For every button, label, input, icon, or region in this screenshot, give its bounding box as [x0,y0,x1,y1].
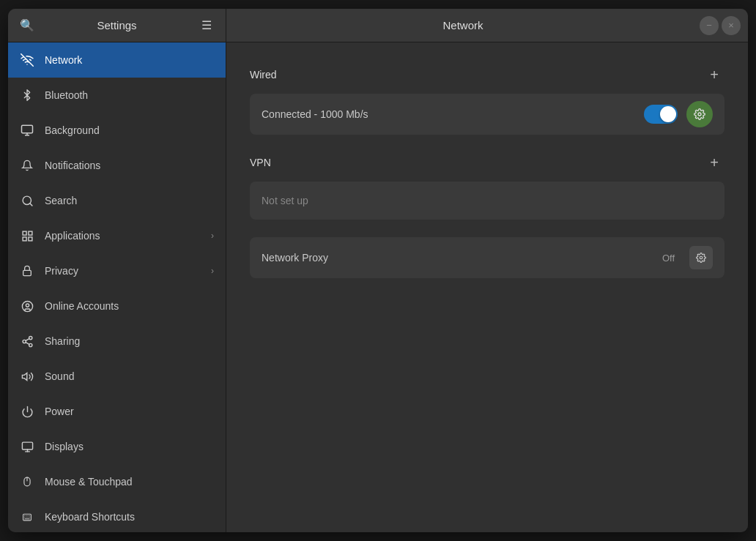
chevron-right-privacy-icon: › [211,266,214,276]
sidebar-item-search[interactable]: Search [8,183,226,218]
sidebar-item-mouse-touchpad-label: Mouse & Touchpad [45,476,214,488]
apps-icon [20,228,34,243]
sidebar: Network Bluetooth Background [8,42,226,532]
sidebar-item-keyboard-shortcuts[interactable]: Keyboard Shortcuts [8,499,226,532]
sidebar-item-privacy-label: Privacy [45,265,201,277]
mouse-icon [20,474,34,489]
wired-toggle[interactable] [644,105,678,124]
sidebar-item-applications-label: Applications [45,230,201,242]
close-button[interactable]: × [722,16,741,35]
svg-point-22 [698,113,701,116]
sharing-icon [20,334,34,348]
svg-rect-16 [22,442,32,449]
sidebar-item-applications[interactable]: Applications › [8,218,226,253]
svg-point-8 [26,303,29,306]
sidebar-item-sound-label: Sound [45,370,214,382]
sidebar-item-background-label: Background [45,124,214,136]
sidebar-item-online-accounts-label: Online Accounts [45,300,214,312]
svg-rect-6 [28,236,32,240]
vpn-section-header: VPN + [250,152,724,173]
bell-icon [20,158,34,173]
sidebar-item-bluetooth[interactable]: Bluetooth [8,78,226,113]
svg-line-13 [26,338,29,340]
sidebar-item-sharing[interactable]: Sharing [8,324,226,359]
sound-icon [20,369,34,384]
power-icon [20,404,34,419]
privacy-icon [20,264,34,278]
vpn-add-button[interactable]: + [704,152,724,173]
wired-settings-button[interactable] [686,101,713,127]
network-panel: Wired + Connected - 1000 Mb/s VPN + [226,42,748,532]
proxy-status: Off [662,253,675,264]
sidebar-item-bluetooth-label: Bluetooth [45,89,214,101]
sidebar-item-network[interactable]: Network [8,42,226,78]
svg-rect-3 [23,231,26,235]
background-icon [20,123,34,138]
sidebar-item-mouse-touchpad[interactable]: Mouse & Touchpad [8,464,226,499]
sidebar-item-notifications[interactable]: Notifications [8,148,226,183]
vpn-card: Not set up [250,182,724,220]
online-accounts-icon [20,299,34,313]
sidebar-item-notifications-label: Notifications [45,160,214,171]
wired-row: Connected - 1000 Mb/s [250,94,724,135]
sidebar-item-network-label: Network [45,54,214,66]
svg-rect-5 [23,236,26,240]
sidebar-titlebar: 🔍 Settings ☰ [8,9,226,42]
proxy-label: Network Proxy [262,252,653,264]
window-controls: − × [700,16,748,35]
sidebar-item-sharing-label: Sharing [45,335,214,347]
wired-section-title: Wired [250,69,277,81]
wired-status-label: Connected - 1000 Mb/s [262,108,635,120]
content-area: Network Bluetooth Background [8,42,748,532]
sidebar-item-background[interactable]: Background [8,113,226,148]
wired-section-header: Wired + [250,64,724,85]
svg-marker-14 [22,373,26,380]
svg-line-12 [26,342,29,344]
sidebar-item-power-label: Power [45,406,214,417]
sidebar-item-displays[interactable]: Displays [8,429,226,464]
sidebar-item-privacy[interactable]: Privacy › [8,253,226,288]
svg-rect-4 [28,231,32,235]
sidebar-item-online-accounts[interactable]: Online Accounts [8,288,226,324]
vpn-not-set-up-label: Not set up [262,195,308,206]
keyboard-icon [20,510,34,524]
settings-title: Settings [45,19,189,31]
search-icon-button[interactable]: 🔍 [17,15,37,36]
displays-icon [20,439,34,454]
settings-window: 🔍 Settings ☰ Network − × Network [8,9,748,532]
menu-button[interactable]: ☰ [196,15,217,36]
search-icon [20,193,34,208]
svg-line-2 [29,203,32,205]
titlebar: 🔍 Settings ☰ Network − × [8,9,748,42]
network-icon [20,53,34,67]
svg-point-23 [700,256,703,259]
sidebar-item-power[interactable]: Power [8,394,226,429]
vpn-row: Not set up [250,182,724,220]
sidebar-item-search-label: Search [45,195,214,206]
vpn-section-title: VPN [250,157,271,168]
wired-card: Connected - 1000 Mb/s [250,94,724,135]
panel-title: Network [226,19,700,31]
chevron-right-icon: › [211,231,214,241]
proxy-card: Network Proxy Off [250,237,724,278]
sidebar-item-keyboard-shortcuts-label: Keyboard Shortcuts [45,511,214,523]
wired-add-button[interactable]: + [704,64,724,85]
proxy-settings-button[interactable] [689,246,713,269]
proxy-row: Network Proxy Off [250,237,724,278]
bluetooth-icon [20,88,34,102]
sidebar-item-sound[interactable]: Sound [8,359,226,394]
sidebar-item-displays-label: Displays [45,441,214,452]
minimize-button[interactable]: − [700,16,719,35]
svg-rect-0 [22,125,33,133]
